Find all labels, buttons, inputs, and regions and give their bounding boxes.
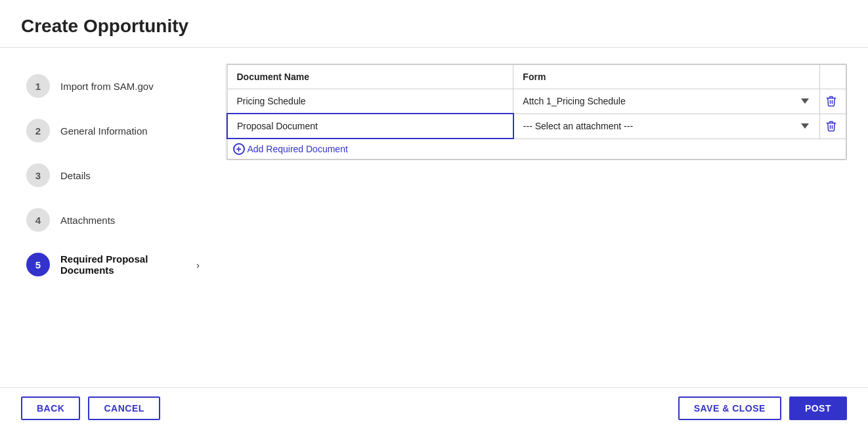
row1-document-name-input[interactable] bbox=[233, 93, 508, 109]
step-3[interactable]: 3 Details bbox=[21, 153, 205, 198]
step-2-circle: 2 bbox=[26, 119, 50, 142]
sidebar: 1 Import from SAM.gov 2 General Informat… bbox=[21, 64, 205, 360]
plus-circle-icon: + bbox=[233, 143, 245, 155]
trash-icon bbox=[825, 120, 837, 132]
row2-form-select[interactable]: --- Select an attachment --- bbox=[519, 118, 814, 134]
step-1-circle: 1 bbox=[26, 74, 50, 98]
table-row: Attch 1_Pricing Schedule bbox=[227, 89, 846, 114]
form-panel: Document Name Form Attch 1_Pricing Sched… bbox=[226, 64, 847, 160]
row1-form-select[interactable]: Attch 1_Pricing Schedule bbox=[519, 93, 814, 109]
col-form: Form bbox=[513, 65, 820, 89]
step-1-label: Import from SAM.gov bbox=[60, 81, 154, 92]
step-5[interactable]: 5 Required Proposal Documents › bbox=[21, 242, 205, 287]
step-2-label: General Information bbox=[60, 125, 148, 137]
trash-icon bbox=[825, 95, 837, 107]
row1-delete-button[interactable] bbox=[825, 95, 837, 107]
step-5-circle: 5 bbox=[26, 253, 50, 276]
col-document-name: Document Name bbox=[227, 65, 513, 89]
step-4-label: Attachments bbox=[60, 215, 115, 226]
row2-document-name-input[interactable] bbox=[233, 118, 508, 134]
step-5-arrow-icon: › bbox=[196, 259, 200, 270]
step-4-circle: 4 bbox=[26, 208, 50, 232]
table-row: --- Select an attachment --- bbox=[227, 114, 846, 139]
step-5-label: Required Proposal Documents bbox=[60, 253, 183, 276]
step-3-label: Details bbox=[60, 170, 91, 181]
add-doc-link-label: Add Required Document bbox=[248, 144, 348, 154]
step-1[interactable]: 1 Import from SAM.gov bbox=[21, 64, 205, 108]
step-2[interactable]: 2 General Information bbox=[21, 108, 205, 153]
row2-delete-button[interactable] bbox=[825, 120, 837, 132]
step-3-circle: 3 bbox=[26, 163, 50, 187]
add-required-document-link[interactable]: + Add Required Document bbox=[233, 143, 348, 155]
page-title: Create Opportunity bbox=[0, 0, 868, 48]
step-4[interactable]: 4 Attachments bbox=[21, 198, 205, 242]
add-document-row: + Add Required Document bbox=[227, 139, 846, 160]
